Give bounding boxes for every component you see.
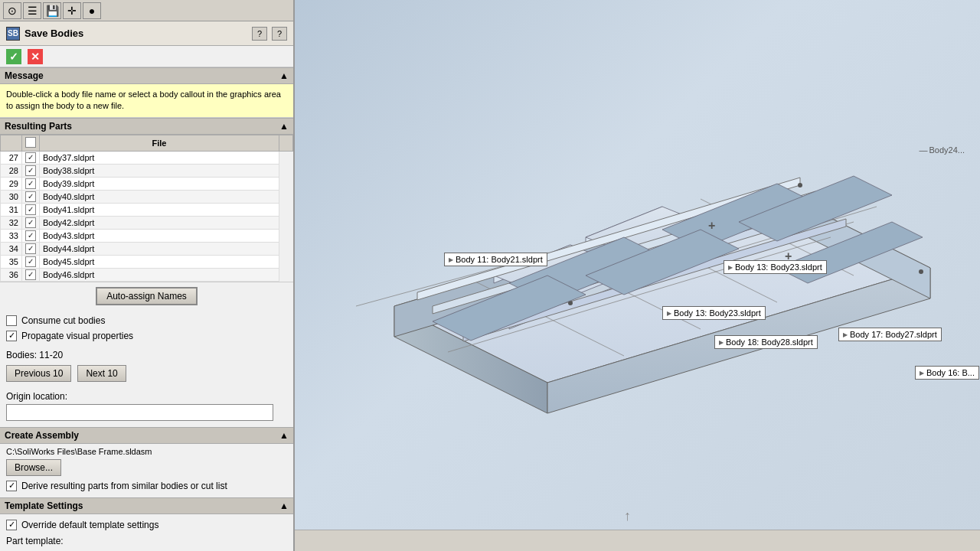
left-panel: ⊙ ☰ 💾 ✛ ● SB Save Bodies ? ? ✓ ✕ Message… — [0, 0, 295, 551]
row-filename[interactable]: Body42.sldprt — [40, 216, 279, 229]
axis-indicator: ↑ — [624, 508, 631, 524]
template-settings-header[interactable]: Template Settings ▲ — [0, 497, 293, 514]
row-checkbox[interactable]: ✓ — [25, 165, 36, 176]
row-checkbox-cell: ✓ — [22, 164, 40, 177]
row-filename[interactable]: Body41.sldprt — [40, 203, 279, 216]
message-section-header[interactable]: Message ▲ — [0, 67, 293, 84]
origin-input[interactable] — [6, 404, 273, 421]
toolbar-btn-1[interactable]: ⊙ — [3, 2, 21, 19]
crosshair-marker: + — [785, 249, 792, 263]
nav-buttons: Previous 10 Next 10 — [0, 362, 293, 388]
row-checkbox-cell: ✓ — [22, 177, 40, 190]
row-filename[interactable]: Body45.sldprt — [40, 255, 279, 268]
row-checkbox-cell: ✓ — [22, 242, 40, 255]
row-number: 33 — [1, 229, 22, 242]
row-filename[interactable]: Body38.sldprt — [40, 164, 279, 177]
title-icon: SB — [6, 27, 20, 41]
derive-checkbox[interactable] — [6, 481, 17, 491]
derive-label: Derive resulting parts from similar bodi… — [21, 481, 227, 491]
consume-cut-bodies-label: Consume cut bodies — [21, 315, 105, 326]
row-filename[interactable]: Body43.sldprt — [40, 229, 279, 242]
origin-section: Origin location: — [0, 388, 293, 427]
body-label-3: Body 13: Body23.sldprt — [662, 306, 766, 320]
row-checkbox[interactable]: ✓ — [25, 243, 36, 254]
body-label-4: Body 18: Body28.sldprt — [714, 335, 818, 349]
propagate-visual-label: Propagate visual properties — [21, 331, 133, 341]
row-checkbox-cell: ✓ — [22, 255, 40, 268]
row-number: 32 — [1, 216, 22, 229]
toolbar-btn-3[interactable]: 💾 — [43, 2, 61, 19]
col-header-check — [22, 135, 40, 151]
assembly-path: C:\SoliWorks Files\Base Frame.sldasm — [6, 447, 287, 456]
message-text: Double-click a body file name or select … — [6, 90, 281, 110]
toolbar-btn-5[interactable]: ● — [83, 2, 101, 19]
toolbar: ⊙ ☰ 💾 ✛ ● — [0, 0, 293, 21]
row-checkbox[interactable]: ✓ — [25, 191, 36, 202]
row-checkbox[interactable]: ✓ — [25, 217, 36, 228]
title-bar: SB Save Bodies ? ? — [0, 21, 293, 46]
help-button-1[interactable]: ? — [252, 27, 267, 41]
table-row: 34 ✓ Body44.sldprt — [1, 242, 293, 255]
message-content: Double-click a body file name or select … — [0, 84, 293, 118]
body-label-2: Body 13: Body23.sldprt — [724, 260, 827, 274]
row-filename[interactable]: Body37.sldprt — [40, 151, 279, 164]
row-filename[interactable]: Body44.sldprt — [40, 242, 279, 255]
body-indicator-top-right: — Body24... — [920, 145, 965, 155]
row-number: 30 — [1, 190, 22, 203]
consume-cut-bodies-checkbox[interactable] — [6, 315, 17, 326]
crosshair-marker-2: + — [708, 219, 715, 233]
row-filename[interactable]: Body39.sldprt — [40, 177, 279, 190]
next-button[interactable]: Next 10 — [77, 365, 126, 382]
toolbar-btn-4[interactable]: ✛ — [63, 2, 81, 19]
parts-table-container[interactable]: File 27 ✓ Body37.sldprt 28 ✓ Body38.sldp… — [0, 135, 293, 282]
resulting-parts-header[interactable]: Resulting Parts ▲ — [0, 118, 293, 135]
panel-title: Save Bodies — [24, 28, 247, 39]
part-template-label: Part template: — [6, 536, 64, 546]
override-template-checkbox[interactable] — [6, 520, 17, 530]
panel-content: Message ▲ Double-click a body file name … — [0, 67, 293, 551]
table-row: 35 ✓ Body45.sldprt — [1, 255, 293, 268]
row-number: 34 — [1, 242, 22, 255]
table-row: 32 ✓ Body42.sldprt — [1, 216, 293, 229]
toolbar-btn-2[interactable]: ☰ — [23, 2, 41, 19]
row-checkbox-cell: ✓ — [22, 151, 40, 164]
row-checkbox[interactable]: ✓ — [25, 269, 36, 280]
bottom-bar — [295, 530, 980, 551]
svg-point-23 — [919, 269, 923, 274]
row-checkbox[interactable]: ✓ — [25, 230, 36, 241]
confirm-button[interactable]: ✓ — [6, 49, 21, 64]
row-checkbox-cell: ✓ — [22, 229, 40, 242]
cancel-button[interactable]: ✕ — [28, 49, 43, 64]
override-template-row: Override default template settings — [6, 517, 287, 533]
row-checkbox-cell: ✓ — [22, 203, 40, 216]
row-checkbox-cell: ✓ — [22, 216, 40, 229]
browse-button[interactable]: Browse... — [6, 459, 61, 476]
table-row: 27 ✓ Body37.sldprt — [1, 151, 293, 164]
override-template-label: Override default template settings — [21, 520, 158, 530]
consume-cut-bodies-row: Consume cut bodies — [6, 313, 287, 328]
auto-assign-button[interactable]: Auto-assign Names — [96, 287, 198, 305]
header-checkbox[interactable] — [25, 137, 36, 148]
template-settings-label: Template Settings — [5, 500, 83, 511]
derive-row: Derive resulting parts from similar bodi… — [6, 481, 287, 491]
svg-point-22 — [798, 183, 802, 187]
parts-section: File 27 ✓ Body37.sldprt 28 ✓ Body38.sldp… — [0, 135, 293, 310]
col-header-scroll — [279, 135, 293, 151]
row-filename[interactable]: Body46.sldprt — [40, 268, 279, 281]
row-checkbox[interactable]: ✓ — [25, 178, 36, 189]
row-number: 28 — [1, 164, 22, 177]
row-filename[interactable]: Body40.sldprt — [40, 190, 279, 203]
create-assembly-label: Create Assembly — [5, 430, 79, 441]
row-checkbox[interactable]: ✓ — [25, 152, 36, 163]
help-button-2[interactable]: ? — [272, 27, 287, 41]
row-number: 29 — [1, 177, 22, 190]
previous-button[interactable]: Previous 10 — [6, 365, 71, 382]
row-checkbox-cell: ✓ — [22, 190, 40, 203]
col-header-file: File — [40, 135, 279, 151]
row-checkbox[interactable]: ✓ — [25, 204, 36, 215]
propagate-visual-checkbox[interactable] — [6, 331, 17, 341]
3d-model — [356, 38, 969, 459]
table-row: 33 ✓ Body43.sldprt — [1, 229, 293, 242]
create-assembly-header[interactable]: Create Assembly ▲ — [0, 427, 293, 444]
row-checkbox[interactable]: ✓ — [25, 256, 36, 267]
